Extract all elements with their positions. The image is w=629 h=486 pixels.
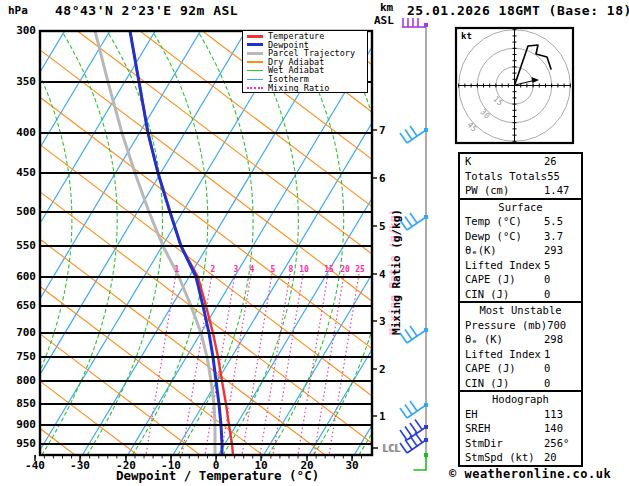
stat-label: CAPE (J) [465, 272, 544, 287]
stat-value: 298 [544, 332, 578, 347]
stat-row: SREH140 [460, 421, 581, 436]
stat-row: Totals Totals55 [460, 169, 581, 184]
stat-row: Lifted Index1 [460, 347, 581, 362]
mixing-ratio-line-sample [247, 87, 263, 89]
legend-item-mixing-ratio: Mixing Ratio [247, 84, 367, 93]
stat-label: CAPE (J) [465, 361, 544, 376]
stat-value: 3.7 [544, 229, 578, 244]
stat-row: θₑ (K)298 [460, 332, 581, 347]
mixing-ratio-value-label: 4 [243, 265, 261, 274]
stat-label: Lifted Index [465, 258, 544, 273]
stat-value: 55 [547, 169, 581, 184]
stat-value: 700 [547, 318, 581, 333]
stat-value: 20 [544, 450, 578, 465]
wet-adiabat-line-sample [247, 70, 263, 72]
km-tick-label: 2 [379, 363, 386, 376]
stats-section-surface: Surface Temp (°C)5.5 Dewp (°C)3.7 θₑ(K)2… [460, 198, 581, 302]
mixing-ratio-value-label: 1 [168, 265, 186, 274]
km-tick-label: 3 [379, 315, 386, 328]
stat-label: CIN (J) [465, 287, 544, 302]
stat-value: 5.5 [544, 214, 578, 229]
km-tick-label: 1 [379, 410, 386, 423]
mixing-ratio-value-label: 2 [204, 265, 222, 274]
pressure-tick-label: 500 [6, 205, 36, 218]
section-title: Surface [460, 200, 581, 215]
stat-label: Dewp (°C) [465, 229, 544, 244]
pressure-tick-label: 300 [6, 24, 36, 37]
pressure-tick-label: 450 [6, 166, 36, 179]
mixing-ratio-value-label: 5 [264, 265, 282, 274]
stat-value: 1 [544, 347, 578, 362]
credit-watermark: © weatheronline.co.uk [449, 467, 611, 481]
km-tick-label: 6 [379, 172, 386, 185]
pressure-unit-label: hPa [8, 4, 28, 17]
stat-label: Pressure (mb) [465, 318, 547, 333]
km-tick-label: 4 [379, 268, 386, 281]
stat-row: PW (cm)1.47 [460, 183, 581, 198]
stats-section-most-unstable: Most Unstable Pressure (mb)700 θₑ (K)298… [460, 301, 581, 390]
temperature-line-sample [247, 35, 263, 38]
pressure-tick-label: 850 [6, 397, 36, 410]
section-title: Hodograph [460, 392, 581, 407]
pressure-tick-label: 950 [6, 437, 36, 450]
pressure-tick-label: 550 [6, 239, 36, 252]
lcl-label: LCL [382, 443, 400, 454]
pressure-tick-label: 400 [6, 126, 36, 139]
pressure-tick-label: 900 [6, 418, 36, 431]
stat-value: 0 [544, 272, 578, 287]
km-tick-label: 7 [379, 124, 386, 137]
stat-label: EH [465, 407, 544, 422]
stat-row: StmDir256° [460, 436, 581, 451]
mixing-ratio-value-label: 25 [351, 265, 369, 274]
stat-value: 0 [544, 361, 578, 376]
stat-value: 26 [544, 154, 578, 169]
stat-row: CAPE (J)0 [460, 272, 581, 287]
stat-row: K26 [460, 154, 581, 169]
legend-box: Temperature Dewpoint Parcel Trajectory D… [242, 30, 368, 93]
stat-label: Lifted Index [465, 347, 544, 362]
stat-row: Dewp (°C)3.7 [460, 229, 581, 244]
section-title: Most Unstable [460, 303, 581, 318]
km-unit-label: km [380, 1, 393, 14]
km-tick-label: 5 [379, 220, 386, 233]
stat-row: CIN (J)0 [460, 287, 581, 302]
stat-row: Lifted Index5 [460, 258, 581, 273]
stat-label: StmDir [465, 436, 544, 451]
sounding-title: 48°43'N 2°23'E 92m ASL [55, 3, 238, 18]
stat-row: Pressure (mb)700 [460, 318, 581, 333]
stat-value: 256° [544, 436, 578, 451]
pressure-tick-label: 800 [6, 374, 36, 387]
datetime-label: 25.01.2026 18GMT (Base: 18) [407, 3, 629, 18]
isotherm-line-sample [247, 79, 263, 81]
stat-row: θₑ(K)293 [460, 243, 581, 258]
stat-label: CIN (J) [465, 376, 544, 391]
stat-value: 0 [544, 376, 578, 391]
stat-label: θₑ (K) [465, 332, 544, 347]
dewpoint-line-sample [247, 43, 263, 46]
stat-row: CIN (J)0 [460, 376, 581, 391]
stat-row: CAPE (J)0 [460, 361, 581, 376]
pressure-tick-label: 750 [6, 350, 36, 363]
stat-value: 5 [544, 258, 578, 273]
temp-tick-label: 30 [335, 459, 369, 472]
stat-value: 293 [544, 243, 578, 258]
stat-row: Temp (°C)5.5 [460, 214, 581, 229]
x-axis-label: Dewpoint / Temperature (°C) [116, 468, 319, 483]
stats-section-indices: K26 Totals Totals55 PW (cm)1.47 [460, 154, 581, 198]
pressure-tick-label: 350 [6, 75, 36, 88]
stat-label: Temp (°C) [465, 214, 544, 229]
stat-row: StmSpd (kt)20 [460, 450, 581, 465]
stats-section-hodograph: Hodograph EH113 SREH140 StmDir256° StmSp… [460, 390, 581, 465]
stat-label: K [465, 154, 544, 169]
asl-unit-label: ASL [374, 14, 394, 27]
stat-label: θₑ(K) [465, 243, 544, 258]
stat-value: 113 [544, 407, 578, 422]
mixing-ratio-axis-label: Mixing Ratio (g/kg) [390, 209, 403, 335]
stat-value: 140 [544, 421, 578, 436]
stat-row: EH113 [460, 407, 581, 422]
stats-panel: K26 Totals Totals55 PW (cm)1.47 Surface … [458, 152, 583, 467]
dry-adiabat-line-sample [247, 61, 263, 63]
skewt-sounding-app: hPa 48°43'N 2°23'E 92m ASL km ASL 25.01.… [0, 0, 629, 486]
stat-value: 0 [544, 287, 578, 302]
pressure-tick-label: 700 [6, 326, 36, 339]
